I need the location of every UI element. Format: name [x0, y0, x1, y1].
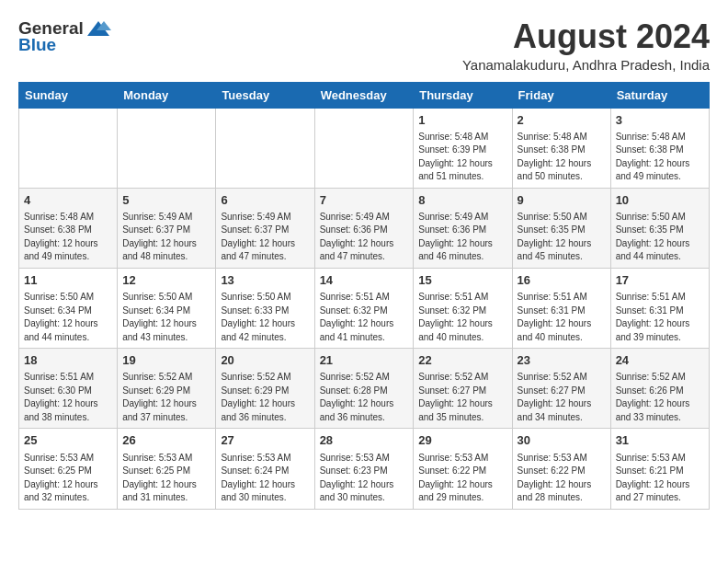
calendar-week-row: 4Sunrise: 5:48 AM Sunset: 6:38 PM Daylig… — [19, 188, 710, 268]
day-info: Sunrise: 5:50 AM Sunset: 6:34 PM Dayligh… — [24, 291, 112, 344]
logo-icon — [85, 19, 111, 38]
calendar-day-header: Friday — [512, 82, 610, 108]
day-number: 28 — [320, 432, 409, 449]
day-info: Sunrise: 5:53 AM Sunset: 6:25 PM Dayligh… — [122, 452, 210, 505]
day-info: Sunrise: 5:52 AM Sunset: 6:29 PM Dayligh… — [221, 371, 309, 424]
calendar-cell: 18Sunrise: 5:51 AM Sunset: 6:30 PM Dayli… — [19, 349, 118, 429]
calendar-week-row: 11Sunrise: 5:50 AM Sunset: 6:34 PM Dayli… — [19, 268, 710, 348]
calendar-cell: 4Sunrise: 5:48 AM Sunset: 6:38 PM Daylig… — [19, 188, 118, 268]
location-subtitle: Yanamalakuduru, Andhra Pradesh, India — [462, 57, 710, 73]
calendar-cell: 9Sunrise: 5:50 AM Sunset: 6:35 PM Daylig… — [512, 188, 610, 268]
day-number: 7 — [320, 192, 409, 209]
calendar-cell: 2Sunrise: 5:48 AM Sunset: 6:38 PM Daylig… — [512, 108, 610, 188]
calendar-cell — [216, 108, 314, 188]
day-number: 17 — [616, 272, 704, 289]
day-info: Sunrise: 5:50 AM Sunset: 6:35 PM Dayligh… — [616, 211, 704, 264]
day-info: Sunrise: 5:49 AM Sunset: 6:36 PM Dayligh… — [418, 211, 506, 264]
day-number: 26 — [122, 432, 210, 449]
day-number: 11 — [24, 272, 112, 289]
calendar-cell: 25Sunrise: 5:53 AM Sunset: 6:25 PM Dayli… — [19, 429, 118, 509]
day-info: Sunrise: 5:50 AM Sunset: 6:34 PM Dayligh… — [122, 291, 210, 344]
day-info: Sunrise: 5:52 AM Sunset: 6:28 PM Dayligh… — [320, 371, 409, 424]
calendar-table: SundayMondayTuesdayWednesdayThursdayFrid… — [18, 82, 710, 510]
day-number: 9 — [518, 192, 606, 209]
calendar-day-header: Tuesday — [216, 82, 314, 108]
day-number: 6 — [221, 192, 309, 209]
day-info: Sunrise: 5:51 AM Sunset: 6:32 PM Dayligh… — [418, 291, 506, 344]
calendar-cell — [118, 108, 216, 188]
calendar-cell: 14Sunrise: 5:51 AM Sunset: 6:32 PM Dayli… — [314, 268, 414, 348]
calendar-week-row: 25Sunrise: 5:53 AM Sunset: 6:25 PM Dayli… — [19, 429, 710, 509]
calendar-cell: 17Sunrise: 5:51 AM Sunset: 6:31 PM Dayli… — [610, 268, 709, 348]
calendar-cell: 7Sunrise: 5:49 AM Sunset: 6:36 PM Daylig… — [314, 188, 414, 268]
day-info: Sunrise: 5:53 AM Sunset: 6:23 PM Dayligh… — [320, 452, 409, 505]
calendar-day-header: Thursday — [414, 82, 512, 108]
day-number: 31 — [616, 432, 704, 449]
day-number: 5 — [122, 192, 210, 209]
day-info: Sunrise: 5:48 AM Sunset: 6:38 PM Dayligh… — [616, 131, 704, 184]
day-number: 24 — [616, 352, 704, 369]
calendar-cell: 6Sunrise: 5:49 AM Sunset: 6:37 PM Daylig… — [216, 188, 314, 268]
calendar-cell: 24Sunrise: 5:52 AM Sunset: 6:26 PM Dayli… — [610, 349, 709, 429]
day-number: 18 — [24, 352, 112, 369]
day-number: 30 — [518, 432, 606, 449]
day-info: Sunrise: 5:53 AM Sunset: 6:21 PM Dayligh… — [616, 452, 704, 505]
day-number: 29 — [418, 432, 506, 449]
calendar-cell: 20Sunrise: 5:52 AM Sunset: 6:29 PM Dayli… — [216, 349, 314, 429]
calendar-week-row: 1Sunrise: 5:48 AM Sunset: 6:39 PM Daylig… — [19, 108, 710, 188]
calendar-header-row: SundayMondayTuesdayWednesdayThursdayFrid… — [19, 82, 710, 108]
calendar-cell: 5Sunrise: 5:49 AM Sunset: 6:37 PM Daylig… — [118, 188, 216, 268]
day-info: Sunrise: 5:52 AM Sunset: 6:26 PM Dayligh… — [616, 371, 704, 424]
day-info: Sunrise: 5:52 AM Sunset: 6:27 PM Dayligh… — [418, 371, 506, 424]
day-number: 4 — [24, 192, 112, 209]
calendar-cell: 31Sunrise: 5:53 AM Sunset: 6:21 PM Dayli… — [610, 429, 709, 509]
day-number: 23 — [518, 352, 606, 369]
day-info: Sunrise: 5:53 AM Sunset: 6:22 PM Dayligh… — [418, 452, 506, 505]
day-info: Sunrise: 5:51 AM Sunset: 6:31 PM Dayligh… — [616, 291, 704, 344]
day-info: Sunrise: 5:53 AM Sunset: 6:24 PM Dayligh… — [221, 452, 309, 505]
calendar-cell — [314, 108, 414, 188]
day-number: 16 — [518, 272, 606, 289]
day-info: Sunrise: 5:53 AM Sunset: 6:22 PM Dayligh… — [518, 452, 606, 505]
day-number: 3 — [616, 112, 704, 129]
day-info: Sunrise: 5:49 AM Sunset: 6:36 PM Dayligh… — [320, 211, 409, 264]
calendar-cell: 3Sunrise: 5:48 AM Sunset: 6:38 PM Daylig… — [610, 108, 709, 188]
day-info: Sunrise: 5:52 AM Sunset: 6:29 PM Dayligh… — [122, 371, 210, 424]
calendar-cell — [19, 108, 118, 188]
calendar-cell: 30Sunrise: 5:53 AM Sunset: 6:22 PM Dayli… — [512, 429, 610, 509]
day-number: 21 — [320, 352, 409, 369]
calendar-cell: 15Sunrise: 5:51 AM Sunset: 6:32 PM Dayli… — [414, 268, 512, 348]
calendar-cell: 12Sunrise: 5:50 AM Sunset: 6:34 PM Dayli… — [118, 268, 216, 348]
day-info: Sunrise: 5:49 AM Sunset: 6:37 PM Dayligh… — [122, 211, 210, 264]
calendar-cell: 11Sunrise: 5:50 AM Sunset: 6:34 PM Dayli… — [19, 268, 118, 348]
day-number: 15 — [418, 272, 506, 289]
day-number: 27 — [221, 432, 309, 449]
day-info: Sunrise: 5:48 AM Sunset: 6:39 PM Dayligh… — [418, 131, 506, 184]
calendar-cell: 1Sunrise: 5:48 AM Sunset: 6:39 PM Daylig… — [414, 108, 512, 188]
calendar-cell: 22Sunrise: 5:52 AM Sunset: 6:27 PM Dayli… — [414, 349, 512, 429]
day-number: 20 — [221, 352, 309, 369]
calendar-cell: 21Sunrise: 5:52 AM Sunset: 6:28 PM Dayli… — [314, 349, 414, 429]
calendar-cell: 8Sunrise: 5:49 AM Sunset: 6:36 PM Daylig… — [414, 188, 512, 268]
day-number: 1 — [418, 112, 506, 129]
day-number: 10 — [616, 192, 704, 209]
day-info: Sunrise: 5:53 AM Sunset: 6:25 PM Dayligh… — [24, 452, 112, 505]
day-info: Sunrise: 5:51 AM Sunset: 6:30 PM Dayligh… — [24, 371, 112, 424]
calendar-cell: 16Sunrise: 5:51 AM Sunset: 6:31 PM Dayli… — [512, 268, 610, 348]
calendar-day-header: Sunday — [19, 82, 118, 108]
day-info: Sunrise: 5:51 AM Sunset: 6:32 PM Dayligh… — [320, 291, 409, 344]
logo: General Blue — [18, 18, 111, 55]
calendar-week-row: 18Sunrise: 5:51 AM Sunset: 6:30 PM Dayli… — [19, 349, 710, 429]
title-block: August 2024 Yanamalakuduru, Andhra Prade… — [462, 18, 710, 73]
day-number: 12 — [122, 272, 210, 289]
day-number: 13 — [221, 272, 309, 289]
day-info: Sunrise: 5:49 AM Sunset: 6:37 PM Dayligh… — [221, 211, 309, 264]
calendar-cell: 13Sunrise: 5:50 AM Sunset: 6:33 PM Dayli… — [216, 268, 314, 348]
day-info: Sunrise: 5:50 AM Sunset: 6:35 PM Dayligh… — [518, 211, 606, 264]
day-info: Sunrise: 5:52 AM Sunset: 6:27 PM Dayligh… — [518, 371, 606, 424]
calendar-cell: 10Sunrise: 5:50 AM Sunset: 6:35 PM Dayli… — [610, 188, 709, 268]
logo-blue-text: Blue — [18, 35, 56, 54]
calendar-day-header: Wednesday — [314, 82, 414, 108]
day-number: 8 — [418, 192, 506, 209]
calendar-cell: 29Sunrise: 5:53 AM Sunset: 6:22 PM Dayli… — [414, 429, 512, 509]
